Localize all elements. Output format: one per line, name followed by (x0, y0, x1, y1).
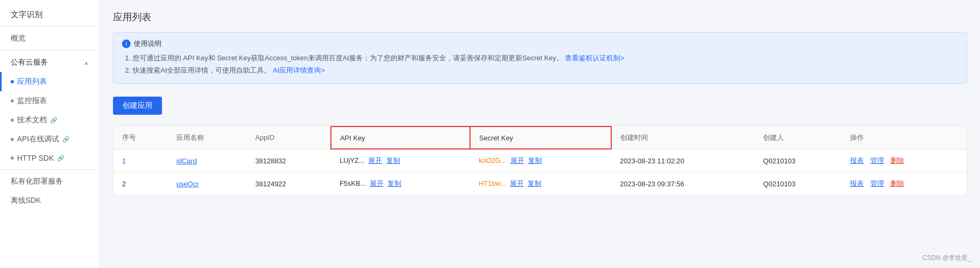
cell-app-name-1: idCard (168, 149, 247, 172)
cell-creator-2: Q0210103 (755, 172, 841, 195)
cell-created-time-2: 2023-08-23 09:37:56 (611, 172, 755, 195)
cell-seq-1: 1 (114, 149, 168, 172)
api-key-prefix-1: LUjYZ... (339, 156, 365, 164)
external-link-icon-tech: 🔗 (50, 117, 58, 124)
info-text-1: 您可通过应用的 API Key和 Secret Key获取Access_toke… (133, 54, 563, 62)
cell-actions-2: 报表 管理 删除 (841, 172, 967, 195)
api-key-copy-1[interactable]: 复制 (386, 156, 400, 164)
app-table: 序号 应用名称 AppID API Key Secret Key 创建时间 创建… (114, 126, 967, 195)
api-debug-label: API在线调试 (17, 135, 59, 144)
sidebar-item-api-debug[interactable]: API在线调试 🔗 (0, 130, 100, 149)
external-link-icon-sdk: 🔗 (57, 155, 64, 162)
cell-appid-1: 38128832 (247, 149, 331, 172)
sidebar-top-title: 文字识别 (0, 4, 100, 24)
app-name-link-2[interactable]: useOcr (176, 180, 199, 188)
cell-secret-key-1: koO2G... 展开 复制 (470, 149, 611, 172)
sidebar-divider-3 (0, 169, 100, 170)
http-sdk-label: HTTP SDK (17, 154, 54, 162)
action-delete-1[interactable]: 删除 (890, 156, 904, 164)
sidebar-group-public-cloud[interactable]: 公有云服务 ▲ (0, 53, 100, 72)
api-key-expand-2[interactable]: 展开 (370, 179, 384, 187)
offline-sdk-label: 离线SDK (11, 196, 41, 206)
secret-key-copy-2[interactable]: 复制 (528, 179, 541, 187)
monitor-dot-icon (11, 99, 14, 103)
sidebar-overview-label: 概览 (11, 34, 26, 43)
app-list-label: 应用列表 (17, 77, 47, 86)
sidebar-divider-2 (0, 50, 100, 51)
sidebar: 文字识别 概览 公有云服务 ▲ 应用列表 监控报表 技术文档 🔗 API在线调试… (0, 0, 100, 268)
table-row: 1 idCard 38128832 LUjYZ... 展开 复制 koO2G..… (114, 149, 967, 172)
secret-key-expand-1[interactable]: 展开 (511, 156, 524, 164)
create-app-button[interactable]: 创建应用 (113, 97, 162, 115)
monitor-label: 监控报表 (17, 96, 47, 106)
external-link-icon-api: 🔗 (62, 136, 70, 143)
info-box-header: i 使用说明 (122, 39, 958, 49)
cell-creator-1: Q0210103 (755, 149, 841, 172)
api-key-copy-2[interactable]: 复制 (387, 179, 401, 187)
seq-link-1[interactable]: 1 (122, 157, 126, 165)
secret-key-expand-2[interactable]: 展开 (510, 179, 524, 187)
app-table-wrapper: 序号 应用名称 AppID API Key Secret Key 创建时间 创建… (113, 125, 967, 196)
sidebar-item-monitor[interactable]: 监控报表 (0, 91, 100, 111)
sidebar-divider-1 (0, 26, 100, 27)
cell-secret-key-2: HT1bw... 展开 复制 (470, 172, 611, 195)
col-appid: AppID (247, 127, 331, 149)
col-actions: 操作 (841, 127, 967, 149)
table-header-row: 序号 应用名称 AppID API Key Secret Key 创建时间 创建… (114, 127, 967, 149)
col-seq: 序号 (114, 127, 168, 149)
main-content: 应用列表 i 使用说明 您可通过应用的 API Key和 Secret Key获… (100, 0, 980, 268)
col-app-name: 应用名称 (168, 127, 247, 149)
info-item-1: 您可通过应用的 API Key和 Secret Key获取Access_toke… (133, 52, 958, 64)
app-name-link-1[interactable]: idCard (176, 157, 197, 165)
chevron-up-icon: ▲ (84, 60, 89, 66)
cell-seq-2: 2 (114, 172, 168, 195)
cell-appid-2: 38124922 (247, 172, 331, 195)
col-secret-key: Secret Key (470, 127, 611, 149)
info-text-2: 快速搜索AI全部应用详情，可使用自助工具。 (133, 66, 271, 74)
info-icon: i (122, 40, 131, 48)
action-delete-2[interactable]: 删除 (890, 179, 904, 187)
col-created-time: 创建时间 (611, 127, 755, 149)
col-creator: 创建人 (755, 127, 841, 149)
sidebar-item-http-sdk[interactable]: HTTP SDK 🔗 (0, 149, 100, 167)
cell-app-name-2: useOcr (168, 172, 247, 195)
action-manage-1[interactable]: 管理 (870, 156, 884, 164)
public-cloud-label: 公有云服务 (11, 58, 48, 67)
sidebar-item-offline-sdk[interactable]: 离线SDK (0, 191, 100, 210)
action-report-1[interactable]: 报表 (850, 156, 864, 164)
tech-docs-dot-icon (11, 119, 14, 122)
sidebar-item-tech-docs[interactable]: 技术文档 🔗 (0, 111, 100, 130)
sidebar-item-private-cloud[interactable]: 私有化部署服务 (0, 172, 100, 191)
cell-api-key-1: LUjYZ... 展开 复制 (331, 149, 470, 172)
app-query-link[interactable]: AI应用详情查询> (273, 66, 325, 74)
private-cloud-label: 私有化部署服务 (11, 177, 63, 186)
info-item-2: 快速搜索AI全部应用详情，可使用自助工具。 AI应用详情查询> (133, 64, 958, 76)
auth-link[interactable]: 查看鉴权认证机制> (565, 54, 625, 62)
action-manage-2[interactable]: 管理 (870, 179, 884, 187)
api-key-expand-1[interactable]: 展开 (368, 156, 382, 164)
action-report-2[interactable]: 报表 (850, 179, 864, 187)
cell-created-time-1: 2023-08-23 11:02:20 (611, 149, 755, 172)
info-box: i 使用说明 您可通过应用的 API Key和 Secret Key获取Acce… (113, 32, 967, 84)
cell-api-key-2: F5sKB... 展开 复制 (331, 172, 470, 195)
active-dot-icon (11, 80, 14, 83)
secret-key-copy-1[interactable]: 复制 (528, 156, 542, 164)
sidebar-item-overview[interactable]: 概览 (0, 29, 100, 48)
col-api-key: API Key (331, 127, 470, 149)
watermark: CSDN @李世星_ (922, 254, 971, 263)
info-box-list: 您可通过应用的 API Key和 Secret Key获取Access_toke… (122, 52, 958, 77)
http-sdk-dot-icon (11, 156, 14, 160)
info-box-title: 使用说明 (134, 39, 161, 49)
tech-docs-label: 技术文档 (17, 115, 47, 125)
secret-key-prefix-2: HT1bw... (479, 179, 506, 187)
api-key-prefix-2: F5sKB... (339, 179, 366, 187)
api-debug-dot-icon (11, 138, 14, 141)
cell-actions-1: 报表 管理 删除 (841, 149, 967, 172)
secret-key-prefix-1: koO2G... (479, 156, 506, 164)
sidebar-item-app-list[interactable]: 应用列表 (0, 72, 100, 91)
page-title: 应用列表 (113, 11, 967, 23)
table-row: 2 useOcr 38124922 F5sKB... 展开 复制 HT1bw..… (114, 172, 967, 195)
